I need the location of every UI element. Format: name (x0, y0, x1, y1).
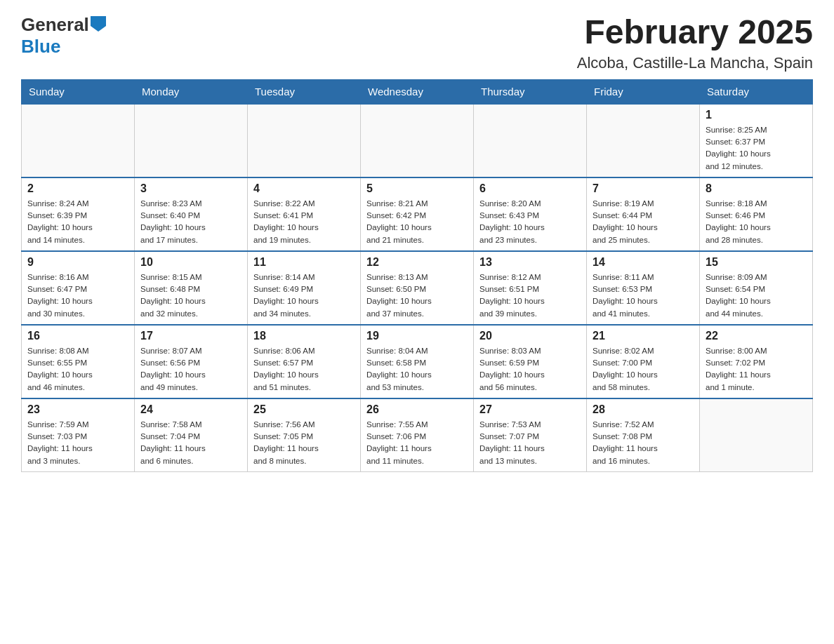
day-info: Sunrise: 8:24 AMSunset: 6:39 PMDaylight:… (27, 198, 128, 246)
day-number: 7 (593, 182, 694, 195)
calendar-cell: 2Sunrise: 8:24 AMSunset: 6:39 PMDaylight… (22, 177, 135, 251)
day-number: 2 (27, 182, 128, 195)
day-info: Sunrise: 8:00 AMSunset: 7:02 PMDaylight:… (706, 345, 807, 394)
day-info: Sunrise: 7:53 AMSunset: 7:07 PMDaylight:… (479, 419, 581, 467)
day-info: Sunrise: 8:03 AMSunset: 6:59 PMDaylight:… (479, 345, 581, 394)
calendar-cell: 13Sunrise: 8:12 AMSunset: 6:51 PMDayligh… (474, 251, 587, 325)
weekday-header-saturday: Saturday (700, 79, 813, 104)
week-row-1: 1Sunrise: 8:25 AMSunset: 6:37 PMDaylight… (22, 104, 813, 177)
day-info: Sunrise: 8:19 AMSunset: 6:44 PMDaylight:… (593, 198, 694, 246)
day-number: 17 (140, 330, 241, 342)
day-info: Sunrise: 8:20 AMSunset: 6:43 PMDaylight:… (479, 198, 581, 246)
day-number: 15 (706, 256, 807, 269)
weekday-header-monday: Monday (135, 79, 248, 104)
calendar-cell: 8Sunrise: 8:18 AMSunset: 6:46 PMDaylight… (700, 177, 813, 251)
day-number: 23 (27, 403, 128, 416)
day-info: Sunrise: 8:14 AMSunset: 6:49 PMDaylight:… (253, 271, 355, 320)
calendar-cell: 6Sunrise: 8:20 AMSunset: 6:43 PMDaylight… (474, 177, 587, 251)
day-number: 24 (140, 403, 241, 416)
day-info: Sunrise: 8:23 AMSunset: 6:40 PMDaylight:… (140, 198, 241, 246)
week-row-3: 9Sunrise: 8:16 AMSunset: 6:47 PMDaylight… (22, 251, 813, 325)
day-info: Sunrise: 8:13 AMSunset: 6:50 PMDaylight:… (366, 271, 468, 320)
calendar-cell: 23Sunrise: 7:59 AMSunset: 7:03 PMDayligh… (22, 398, 135, 472)
weekday-header-row: SundayMondayTuesdayWednesdayThursdayFrid… (22, 79, 813, 104)
calendar-body: 1Sunrise: 8:25 AMSunset: 6:37 PMDaylight… (22, 104, 813, 472)
calendar-cell (22, 104, 135, 177)
day-number: 21 (593, 330, 694, 342)
calendar-cell: 26Sunrise: 7:55 AMSunset: 7:06 PMDayligh… (361, 398, 474, 472)
logo-blue-text: Blue (21, 36, 60, 58)
day-info: Sunrise: 7:58 AMSunset: 7:04 PMDaylight:… (140, 419, 241, 467)
calendar-cell: 14Sunrise: 8:11 AMSunset: 6:53 PMDayligh… (587, 251, 700, 325)
weekday-header-thursday: Thursday (474, 79, 587, 104)
day-number: 9 (27, 256, 128, 269)
calendar-cell: 28Sunrise: 7:52 AMSunset: 7:08 PMDayligh… (587, 398, 700, 472)
calendar-cell: 12Sunrise: 8:13 AMSunset: 6:50 PMDayligh… (361, 251, 474, 325)
day-number: 1 (706, 109, 807, 121)
day-number: 6 (479, 182, 581, 195)
day-number: 4 (253, 182, 355, 195)
day-number: 27 (479, 403, 581, 416)
calendar-cell: 24Sunrise: 7:58 AMSunset: 7:04 PMDayligh… (135, 398, 248, 472)
week-row-2: 2Sunrise: 8:24 AMSunset: 6:39 PMDaylight… (22, 177, 813, 251)
day-info: Sunrise: 8:16 AMSunset: 6:47 PMDaylight:… (27, 271, 128, 320)
weekday-header-sunday: Sunday (22, 79, 135, 104)
calendar-cell: 4Sunrise: 8:22 AMSunset: 6:41 PMDaylight… (248, 177, 361, 251)
week-row-4: 16Sunrise: 8:08 AMSunset: 6:55 PMDayligh… (22, 325, 813, 398)
calendar-cell (135, 104, 248, 177)
calendar-cell (587, 104, 700, 177)
calendar-cell: 25Sunrise: 7:56 AMSunset: 7:05 PMDayligh… (248, 398, 361, 472)
day-info: Sunrise: 8:12 AMSunset: 6:51 PMDaylight:… (479, 271, 581, 320)
calendar-cell (700, 398, 813, 472)
calendar-cell: 10Sunrise: 8:15 AMSunset: 6:48 PMDayligh… (135, 251, 248, 325)
calendar-cell: 15Sunrise: 8:09 AMSunset: 6:54 PMDayligh… (700, 251, 813, 325)
day-number: 5 (366, 182, 468, 195)
logo-icon (91, 16, 106, 32)
day-number: 18 (253, 330, 355, 342)
day-number: 13 (479, 256, 581, 269)
page-header: General Blue February 2025 Alcoba, Casti… (21, 14, 813, 72)
day-number: 10 (140, 256, 241, 269)
location-title: Alcoba, Castille-La Mancha, Spain (577, 54, 813, 72)
day-info: Sunrise: 7:56 AMSunset: 7:05 PMDaylight:… (253, 419, 355, 467)
day-number: 25 (253, 403, 355, 416)
month-title: February 2025 (577, 14, 813, 51)
weekday-header-tuesday: Tuesday (248, 79, 361, 104)
calendar-cell: 3Sunrise: 8:23 AMSunset: 6:40 PMDaylight… (135, 177, 248, 251)
calendar-cell: 5Sunrise: 8:21 AMSunset: 6:42 PMDaylight… (361, 177, 474, 251)
day-number: 3 (140, 182, 241, 195)
calendar-cell: 21Sunrise: 8:02 AMSunset: 7:00 PMDayligh… (587, 325, 700, 398)
day-info: Sunrise: 8:25 AMSunset: 6:37 PMDaylight:… (706, 124, 807, 173)
day-number: 8 (706, 182, 807, 195)
calendar-cell (361, 104, 474, 177)
day-number: 28 (593, 403, 694, 416)
logo: General Blue (21, 14, 106, 58)
day-info: Sunrise: 7:52 AMSunset: 7:08 PMDaylight:… (593, 419, 694, 467)
calendar-cell: 1Sunrise: 8:25 AMSunset: 6:37 PMDaylight… (700, 104, 813, 177)
calendar-cell: 20Sunrise: 8:03 AMSunset: 6:59 PMDayligh… (474, 325, 587, 398)
day-number: 14 (593, 256, 694, 269)
calendar-cell: 17Sunrise: 8:07 AMSunset: 6:56 PMDayligh… (135, 325, 248, 398)
day-info: Sunrise: 8:18 AMSunset: 6:46 PMDaylight:… (706, 198, 807, 246)
calendar-cell: 11Sunrise: 8:14 AMSunset: 6:49 PMDayligh… (248, 251, 361, 325)
day-number: 19 (366, 330, 468, 342)
calendar-header: SundayMondayTuesdayWednesdayThursdayFrid… (22, 79, 813, 104)
svg-marker-0 (91, 16, 106, 32)
logo-general-text: General (21, 14, 89, 36)
week-row-5: 23Sunrise: 7:59 AMSunset: 7:03 PMDayligh… (22, 398, 813, 472)
day-info: Sunrise: 8:02 AMSunset: 7:00 PMDaylight:… (593, 345, 694, 394)
calendar-cell (474, 104, 587, 177)
calendar-cell: 16Sunrise: 8:08 AMSunset: 6:55 PMDayligh… (22, 325, 135, 398)
calendar-cell: 18Sunrise: 8:06 AMSunset: 6:57 PMDayligh… (248, 325, 361, 398)
title-section: February 2025 Alcoba, Castille-La Mancha… (577, 14, 813, 72)
day-info: Sunrise: 7:55 AMSunset: 7:06 PMDaylight:… (366, 419, 468, 467)
calendar-cell (248, 104, 361, 177)
calendar-cell: 27Sunrise: 7:53 AMSunset: 7:07 PMDayligh… (474, 398, 587, 472)
day-number: 20 (479, 330, 581, 342)
day-info: Sunrise: 8:22 AMSunset: 6:41 PMDaylight:… (253, 198, 355, 246)
day-info: Sunrise: 8:04 AMSunset: 6:58 PMDaylight:… (366, 345, 468, 394)
calendar-cell: 19Sunrise: 8:04 AMSunset: 6:58 PMDayligh… (361, 325, 474, 398)
day-info: Sunrise: 8:07 AMSunset: 6:56 PMDaylight:… (140, 345, 241, 394)
day-number: 16 (27, 330, 128, 342)
day-number: 12 (366, 256, 468, 269)
